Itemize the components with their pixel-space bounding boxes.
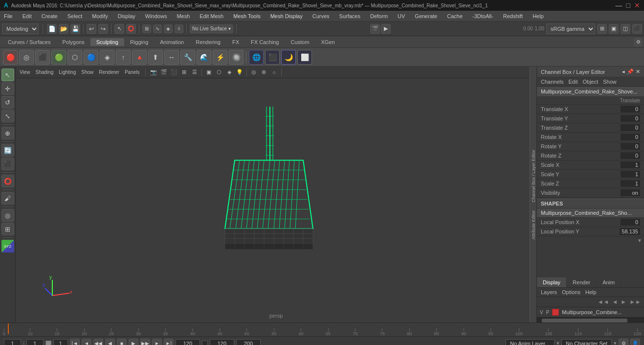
menu-mesh-tools[interactable]: Mesh Tools [231, 12, 262, 20]
cb-show-menu[interactable]: Show [603, 79, 617, 85]
universal-tool-button[interactable]: ⊕ [1, 127, 14, 139]
channel-translate-y[interactable]: Translate Y 0 [537, 114, 644, 123]
shelf-icon-14[interactable]: ⚡ [213, 50, 227, 65]
paint-select-button[interactable]: 🖌 [1, 192, 14, 205]
snap-curve-button[interactable]: ∿ [153, 24, 162, 33]
vp-shading-menu[interactable]: Shading [34, 69, 56, 75]
prev-key-button[interactable]: ◀◀ [93, 339, 103, 345]
layout-icon-1[interactable]: ⊞ [597, 24, 607, 34]
menu-mesh-display[interactable]: Mesh Display [268, 12, 305, 20]
channel-translate-x[interactable]: Translate X 0 [537, 105, 644, 114]
shelf-icon-10[interactable]: ⬆ [148, 50, 163, 65]
shelf-tab-polygons[interactable]: Polygons [56, 38, 90, 46]
shelf-tab-sculpting[interactable]: Sculpting [90, 38, 124, 46]
channel-scale-x[interactable]: Scale X 1 [537, 161, 644, 170]
texture-icon[interactable]: ◈ [225, 68, 234, 77]
shelf-icon-8[interactable]: ↑ [116, 50, 131, 65]
vp-view-menu[interactable]: View [18, 69, 32, 75]
cb-collapse-icon[interactable]: ◂ [622, 69, 625, 75]
shelf-icon-16[interactable]: 🌐 [249, 50, 264, 65]
menu-cache[interactable]: Cache [445, 12, 465, 20]
select-tool-button[interactable]: ↖ [114, 24, 124, 34]
minimize-button[interactable]: — [616, 1, 622, 9]
menu-select[interactable]: Select [66, 12, 85, 20]
next-frame-button[interactable]: ► [152, 339, 162, 345]
shelf-tab-xgen[interactable]: XGen [315, 38, 340, 46]
anim-settings-button[interactable]: ⚙ [619, 339, 628, 345]
cb-object-menu[interactable]: Object [582, 79, 598, 85]
frame-input-secondary[interactable] [26, 339, 44, 345]
menu-help[interactable]: Help [531, 12, 546, 20]
show-manipulator-button[interactable]: ⬛ [1, 158, 14, 170]
range-max-input[interactable] [236, 339, 261, 345]
display-tab-render[interactable]: Render [567, 277, 597, 287]
frame-color-swatch[interactable] [45, 341, 51, 345]
range-end-input[interactable] [210, 339, 234, 345]
move-tool-button[interactable]: ✛ [1, 82, 14, 95]
layer-entry[interactable]: V P Multipurpose_Combine... [537, 307, 644, 318]
lasso-select-left-button[interactable]: ⭕ [1, 175, 14, 187]
shelf-icon-15[interactable]: 🔘 [229, 50, 244, 65]
select-tool-button[interactable]: ↖ [1, 69, 14, 81]
camera-icon[interactable]: 📷 [149, 68, 158, 77]
layers-menu-layers[interactable]: Layers [541, 289, 557, 295]
char-settings-button[interactable]: 👤 [630, 339, 640, 345]
menu-edit-mesh[interactable]: Edit Mesh [198, 12, 225, 20]
close-button[interactable]: ✕ [634, 1, 640, 9]
light-icon[interactable]: 💡 [235, 68, 244, 77]
shelf-settings-button[interactable]: ⚙ [634, 38, 642, 46]
channel-translate-z[interactable]: Translate Z 0 [537, 123, 644, 133]
open-scene-button[interactable]: 📂 [59, 24, 68, 34]
menu-generate[interactable]: Generate [413, 12, 439, 20]
channel-scale-y[interactable]: Scale Y 1 [537, 170, 644, 179]
shelf-tab-rigging[interactable]: Rigging [124, 38, 154, 46]
channel-rotate-x[interactable]: Rotate X 0 [537, 133, 644, 142]
menu-file[interactable]: File [2, 12, 15, 20]
cb-edit-menu[interactable]: Edit [568, 79, 577, 85]
scale-tool-button[interactable]: ⤡ [1, 110, 14, 122]
shelf-icon-17[interactable]: ⬛ [265, 50, 280, 65]
shelf-icon-6[interactable]: 🔵 [84, 50, 98, 65]
menu-mesh[interactable]: Mesh [175, 12, 192, 20]
shelf-icon-12[interactable]: 🔧 [180, 50, 195, 65]
char-set-label[interactable]: No Character Set [561, 339, 612, 345]
shelf-tab-fx[interactable]: FX [226, 38, 245, 46]
xray-icon[interactable]: ◎ [249, 68, 258, 77]
menu-create[interactable]: Create [40, 12, 60, 20]
snap-surface-button[interactable]: ◊ [175, 24, 183, 33]
layers-nav-prev[interactable]: ◄ [611, 298, 619, 306]
menu-modify[interactable]: Modify [90, 12, 110, 20]
stop-button[interactable]: ■ [117, 339, 127, 345]
shelf-tab-rendering[interactable]: Rendering [190, 38, 226, 46]
channel-local-pos-y[interactable]: Local Position Y 58.135 [537, 227, 644, 236]
layers-nav-right[interactable]: ►► [628, 298, 642, 306]
layers-menu-options[interactable]: Options [562, 289, 580, 295]
cb-channels-menu[interactable]: Channels [541, 79, 563, 85]
layers-scrollbar[interactable] [537, 318, 644, 322]
ipr-render-button[interactable]: ▶ [381, 24, 391, 34]
frame-input-third[interactable] [53, 339, 68, 345]
menu-display[interactable]: Display [116, 12, 137, 20]
anim-layer-dropdown-icon[interactable]: ▾ [556, 340, 559, 345]
layout-icon-3[interactable]: ◫ [621, 24, 630, 34]
current-frame-input[interactable] [4, 339, 21, 345]
shelf-icon-1[interactable]: 🔴 [3, 50, 18, 65]
menu-redshift[interactable]: Redshift [501, 12, 525, 20]
display-tab-display[interactable]: Display [537, 277, 567, 287]
joints-icon[interactable]: ⊛ [260, 68, 268, 77]
attr-editor-sidebar-tab[interactable]: Attribute Editor [530, 208, 537, 242]
menu-uv[interactable]: UV [396, 12, 407, 20]
smooth-icon[interactable]: ⬡ [215, 68, 223, 77]
title-bar-controls[interactable]: — □ ✕ [616, 1, 640, 9]
sculpt-button[interactable]: ◎ [1, 209, 14, 222]
grid-icon[interactable]: ⊞ [180, 68, 189, 77]
channel-rotate-y[interactable]: Rotate Y 0 [537, 142, 644, 151]
vp-show-menu[interactable]: Show [79, 69, 95, 75]
lasso-select-button[interactable]: ⭕ [126, 24, 136, 34]
render-button[interactable]: 🎬 [370, 24, 380, 34]
char-set-dropdown-icon[interactable]: ▾ [614, 340, 617, 345]
snap-point-button[interactable]: ◈ [164, 24, 173, 33]
channel-local-pos-x[interactable]: Local Position X 0 [537, 218, 644, 227]
prev-frame-button[interactable]: ◄ [82, 339, 91, 345]
range-start-input[interactable] [176, 339, 200, 345]
